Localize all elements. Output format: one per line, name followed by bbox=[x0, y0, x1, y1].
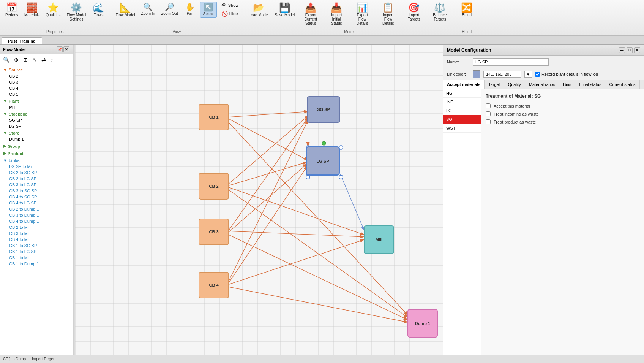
node-cb3[interactable]: CB 3 bbox=[199, 219, 229, 245]
tree-item-cb1-to-sg-sp[interactable]: CB 1 to SG SP bbox=[2, 243, 71, 249]
move-tool-button[interactable]: ⇄ bbox=[40, 56, 47, 63]
record-checkbox-row: Record plant details in flow log bbox=[535, 72, 598, 77]
tab-bins[interactable]: Bins bbox=[559, 80, 575, 89]
cursor-tool-button[interactable]: ↖ bbox=[31, 56, 38, 63]
material-sg[interactable]: SG bbox=[443, 115, 481, 124]
record-checkbox[interactable] bbox=[535, 72, 540, 77]
periods-icon: 📅 bbox=[6, 3, 17, 12]
node-lg-sp[interactable]: LG SP bbox=[306, 147, 339, 175]
tree-item-mill[interactable]: Mill bbox=[2, 104, 71, 110]
tree-group-plant-header[interactable]: ▼ Plant bbox=[2, 98, 71, 104]
tree-item-cb3[interactable]: CB 3 bbox=[2, 79, 71, 85]
material-lg[interactable]: LG bbox=[443, 106, 481, 115]
tree-item-cb3-to-mill[interactable]: CB 3 to Mill bbox=[2, 230, 71, 236]
node-cb4[interactable]: CB 4 bbox=[199, 272, 229, 298]
import-flow-details-button[interactable]: 📋 Import Flow Details bbox=[376, 2, 400, 27]
zoom-in-button[interactable]: 🔍 Zoom In bbox=[139, 2, 158, 17]
tree-item-sg-sp[interactable]: SG SP bbox=[2, 117, 71, 123]
balance-targets-button[interactable]: ⚖️ Balance Targets bbox=[428, 2, 452, 23]
name-label: Name: bbox=[447, 60, 470, 64]
materials-button[interactable]: 🧱 Materials bbox=[22, 2, 42, 19]
tree-item-cb2-to-mill[interactable]: CB 2 to Mill bbox=[2, 224, 71, 230]
qualities-button[interactable]: ⭐ Qualities bbox=[43, 2, 63, 19]
periods-button[interactable]: 📅 Periods bbox=[3, 2, 21, 19]
hide-button[interactable]: 🚫 Hide bbox=[220, 10, 240, 17]
tree-item-cb3-to-lg-sp[interactable]: CB 3 to LG SP bbox=[2, 182, 71, 188]
export-current-status-button[interactable]: 📤 Export Current Status bbox=[298, 2, 323, 27]
tree-item-lg-sp[interactable]: LG SP bbox=[2, 123, 71, 129]
color-dropdown-button[interactable]: ▼ bbox=[524, 71, 532, 78]
pan-button[interactable]: ✋ Pan bbox=[182, 2, 199, 17]
flow-model-button[interactable]: 📐 Flow Model bbox=[113, 2, 137, 19]
right-panel-header: Model Configuration — □ ✕ bbox=[443, 45, 644, 56]
center-tool-button[interactable]: ⊞ bbox=[22, 56, 29, 63]
flows-button[interactable]: 🌊 Flows bbox=[90, 2, 107, 19]
tab-initial-status[interactable]: Initial status bbox=[575, 80, 605, 89]
save-model-button[interactable]: 💾 Save Model bbox=[272, 2, 297, 19]
tree-item-cb4-to-mill[interactable]: CB 4 to Mill bbox=[2, 236, 71, 243]
tree-item-cb2-to-dump1[interactable]: CB 2 to Dump 1 bbox=[2, 206, 71, 212]
material-inf[interactable]: INF bbox=[443, 98, 481, 106]
tree-item-cb2-to-sg-sp[interactable]: CB 2 to SG SP bbox=[2, 170, 71, 176]
load-model-button[interactable]: 📂 Load Model bbox=[246, 2, 271, 19]
color-value-input[interactable] bbox=[483, 71, 521, 78]
node-mill[interactable]: Mill bbox=[364, 225, 394, 254]
tab-accept-materials[interactable]: Accept materials bbox=[443, 80, 485, 89]
node-cb1[interactable]: CB 1 bbox=[199, 104, 229, 130]
treatment-panel: Treatment of Material: SG Accept this ma… bbox=[481, 89, 644, 355]
zoom-out-button[interactable]: 🔎 Zoom Out bbox=[159, 2, 180, 17]
tab-target[interactable]: Target bbox=[485, 80, 504, 89]
treat-incoming-checkbox[interactable] bbox=[486, 111, 491, 116]
tree-item-cb1-to-dump1[interactable]: CB 1 to Dump 1 bbox=[2, 261, 71, 267]
import-initial-status-button[interactable]: 📥 Import Initial Status bbox=[324, 2, 349, 27]
status-bar: CE ] to Dump Import Target bbox=[0, 355, 644, 363]
tab-pust-training[interactable]: Pust_Training bbox=[2, 37, 42, 44]
accept-checkbox[interactable] bbox=[486, 103, 491, 108]
color-swatch[interactable] bbox=[473, 70, 480, 78]
close-right-panel-button[interactable]: ✕ bbox=[634, 47, 640, 53]
tree-group-group-header[interactable]: ▶ Group bbox=[2, 143, 71, 149]
material-hg[interactable]: HG bbox=[443, 89, 481, 98]
select-button[interactable]: ↖️ Select bbox=[200, 2, 217, 18]
scroll-tool-button[interactable]: ↕ bbox=[49, 56, 55, 63]
tree-group-stockpile-header[interactable]: ▼ Stockpile bbox=[2, 111, 71, 117]
node-cb2[interactable]: CB 2 bbox=[199, 173, 229, 200]
tree-item-cb4-to-sg-sp[interactable]: CB 4 to SG SP bbox=[2, 194, 71, 200]
minimize-button[interactable]: — bbox=[619, 47, 625, 53]
restore-button[interactable]: □ bbox=[627, 47, 633, 53]
tree-item-cb1-to-lg-sp[interactable]: CB 1 to LG SP bbox=[2, 249, 71, 255]
name-input[interactable] bbox=[473, 58, 549, 66]
tree-item-cb4-to-dump1[interactable]: CB 4 to Dump 1 bbox=[2, 218, 71, 224]
pin-button[interactable]: 📌 bbox=[57, 46, 63, 52]
tree-item-cb3-to-sg-sp[interactable]: CB 3 to SG SP bbox=[2, 188, 71, 194]
tab-current-status[interactable]: Current status bbox=[605, 80, 639, 89]
tree-item-dump1[interactable]: Dump 1 bbox=[2, 136, 71, 142]
tab-quality[interactable]: Quality bbox=[504, 80, 525, 89]
close-panel-button[interactable]: ✕ bbox=[63, 46, 69, 52]
show-button[interactable]: 👁 Show bbox=[220, 2, 240, 9]
tree-group-links-header[interactable]: ▼ Links bbox=[2, 157, 71, 163]
export-flow-details-button[interactable]: 📊 Export Flow Details bbox=[350, 2, 374, 27]
zoom-tool-button[interactable]: ⊕ bbox=[13, 56, 20, 63]
treat-product-checkbox[interactable] bbox=[486, 119, 491, 124]
tree-group-store-header[interactable]: ▼ Store bbox=[2, 130, 71, 136]
tree-item-cb2[interactable]: CB 2 bbox=[2, 73, 71, 79]
tree-item-cb4-to-lg-sp[interactable]: CB 4 to LG SP bbox=[2, 200, 71, 206]
material-wst[interactable]: WST bbox=[443, 124, 481, 133]
search-tool-button[interactable]: 🔍 bbox=[2, 56, 11, 63]
tree-group-source-header[interactable]: ▼ Source bbox=[2, 67, 71, 73]
tree-item-cb2-to-lg-sp[interactable]: CB 2 to LG SP bbox=[2, 176, 71, 182]
tree-item-cb1[interactable]: CB 1 bbox=[2, 91, 71, 97]
canvas-area[interactable]: CB 1 CB 2 CB 3 CB 4 SG SP LG SP bbox=[75, 45, 443, 355]
flow-model-settings-button[interactable]: ⚙️ Flow Model Settings bbox=[64, 2, 88, 23]
tab-material-ratios[interactable]: Material ratios bbox=[525, 80, 559, 89]
import-targets-button[interactable]: 🎯 Import Targets bbox=[402, 2, 426, 23]
tree-item-cb3-to-dump1[interactable]: CB 3 to Dump 1 bbox=[2, 212, 71, 218]
tree-item-lg-sp-to-mill[interactable]: LG SP to Mill bbox=[2, 163, 71, 170]
blend-button[interactable]: 🔀 Blend bbox=[458, 2, 475, 19]
tree-item-cb1-to-mill[interactable]: CB 1 to Mill bbox=[2, 255, 71, 261]
tree-group-product-header[interactable]: ▶ Product bbox=[2, 150, 71, 157]
node-dump1[interactable]: Dump 1 bbox=[407, 309, 438, 338]
node-sg-sp[interactable]: SG SP bbox=[307, 96, 340, 123]
tree-item-cb4[interactable]: CB 4 bbox=[2, 85, 71, 91]
